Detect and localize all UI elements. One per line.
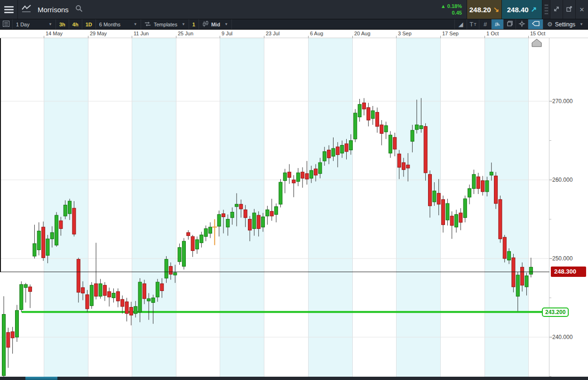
candle-down	[499, 200, 502, 239]
candle-down	[129, 307, 133, 315]
period-dropdown[interactable]: 1 Day ▼	[13, 19, 56, 29]
candle-up	[156, 282, 159, 297]
buy-price: 248.40	[507, 6, 529, 14]
horizontal-scrollbar[interactable]	[0, 377, 588, 380]
windows-cascade-button[interactable]	[503, 19, 516, 29]
chevron-down-icon: ▼	[224, 22, 228, 26]
candle-up	[433, 191, 436, 202]
candle-up	[200, 235, 203, 243]
period-band	[396, 38, 440, 377]
x-axis-label: 11 Jun	[134, 31, 149, 36]
candle-up	[468, 188, 471, 197]
candle-up	[204, 229, 207, 237]
candle-up	[371, 111, 374, 119]
candle-down	[29, 287, 32, 291]
scrollbar-thumb[interactable]	[25, 377, 57, 380]
price-mode-dropdown[interactable]: Mid ▼	[199, 19, 232, 29]
candle-down	[424, 126, 427, 173]
price-tag-icon	[532, 20, 540, 28]
candle-down	[393, 137, 397, 149]
candle-down	[86, 295, 89, 309]
candle-up	[341, 146, 344, 154]
x-axis-label: 3 Sep	[398, 31, 412, 36]
expand-button[interactable]	[550, 0, 563, 19]
candle-up	[138, 282, 142, 312]
candle-up	[55, 215, 58, 245]
draw-on-grid-button[interactable]: #✎	[491, 19, 503, 29]
candle-up	[226, 219, 230, 227]
candle-down	[248, 219, 252, 230]
candle-down	[160, 283, 164, 291]
templates-dropdown[interactable]: Templates ▼	[141, 19, 189, 29]
text-tool-button[interactable]: TT	[467, 19, 479, 29]
candle-up	[283, 173, 286, 181]
close-button[interactable]: ✕	[575, 0, 588, 19]
templates-label: Templates	[154, 22, 177, 27]
search-button[interactable]	[72, 0, 86, 19]
drag-grip-handle[interactable]	[542, 0, 550, 19]
topbar-spacer	[86, 0, 441, 19]
candle-down	[327, 150, 331, 158]
timeframe-3h-button[interactable]: 3h	[56, 19, 69, 29]
price-down-arrow-icon: ↘	[493, 5, 500, 14]
candle-up	[472, 174, 476, 188]
timeframe-1d-button[interactable]: 1D	[82, 19, 96, 29]
crosshair-icon	[518, 20, 525, 29]
chart-list-button[interactable]	[0, 19, 13, 29]
gridlines-toggle-button[interactable]: #	[479, 19, 491, 29]
candle-down	[191, 236, 194, 251]
candle-down	[288, 172, 291, 178]
chart-type-button[interactable]	[18, 0, 35, 19]
close-icon: ✕	[580, 6, 585, 13]
change-absolute: 0.45	[452, 9, 462, 16]
candle-down	[459, 213, 462, 222]
x-axis-label: 20 Aug	[354, 31, 370, 36]
candle-down	[116, 291, 119, 301]
change-block: ▲ 0.18% 0.45	[441, 0, 467, 19]
candle-up	[217, 214, 221, 226]
candle-up	[508, 251, 511, 260]
x-axis-label: 15 Oct	[530, 31, 545, 36]
buy-price-button[interactable]: 248.40 ↗	[501, 0, 542, 19]
menu-button[interactable]	[0, 0, 18, 19]
range-dropdown[interactable]: 6 Months ▼	[96, 19, 141, 29]
templates-icon	[144, 21, 151, 28]
candle-up	[112, 293, 115, 298]
candle-up	[296, 173, 300, 181]
candle-up	[332, 148, 335, 156]
x-axis-label: 29 May	[90, 31, 107, 36]
crosshair-tool-button[interactable]	[516, 19, 528, 29]
candle-down	[77, 259, 80, 292]
candle-down	[450, 216, 453, 226]
settings-label: Settings	[555, 21, 575, 28]
popout-button[interactable]	[563, 0, 575, 19]
candle-down	[125, 302, 128, 314]
candle-down	[380, 125, 383, 133]
candle-up	[354, 113, 357, 139]
candle-down	[512, 258, 515, 287]
chevron-down-icon: ▼	[580, 22, 583, 26]
settings-dropdown[interactable]: ⚙ Settings ▼	[543, 19, 588, 29]
candle-down	[521, 267, 524, 285]
timeframe-4h-button[interactable]: 4h	[69, 19, 82, 29]
bar-width-button[interactable]: 1	[189, 19, 199, 29]
sell-price-button[interactable]: 248.20 ↘	[467, 0, 501, 19]
x-axis-label: 23 Jul	[266, 31, 279, 36]
candle-down	[222, 214, 225, 217]
price-label-toggle-button[interactable]	[528, 19, 543, 29]
candle-down	[367, 107, 370, 120]
scroll-to-latest-marker[interactable]	[532, 39, 541, 47]
candle-down	[494, 176, 498, 203]
chart-canvas[interactable]	[0, 38, 588, 377]
x-axis-label: 25 Jun	[178, 31, 193, 36]
candle-up	[33, 243, 36, 256]
candle-up	[310, 170, 313, 178]
text-tool-icon: T	[469, 21, 473, 28]
candle-down	[362, 103, 366, 109]
search-icon	[75, 5, 83, 14]
trendline-tool-button[interactable]: ◢	[454, 19, 467, 29]
candle-down	[345, 144, 348, 152]
candle-up	[516, 275, 519, 296]
candle-up	[16, 310, 19, 337]
y-axis-label: 240.000	[552, 334, 572, 340]
